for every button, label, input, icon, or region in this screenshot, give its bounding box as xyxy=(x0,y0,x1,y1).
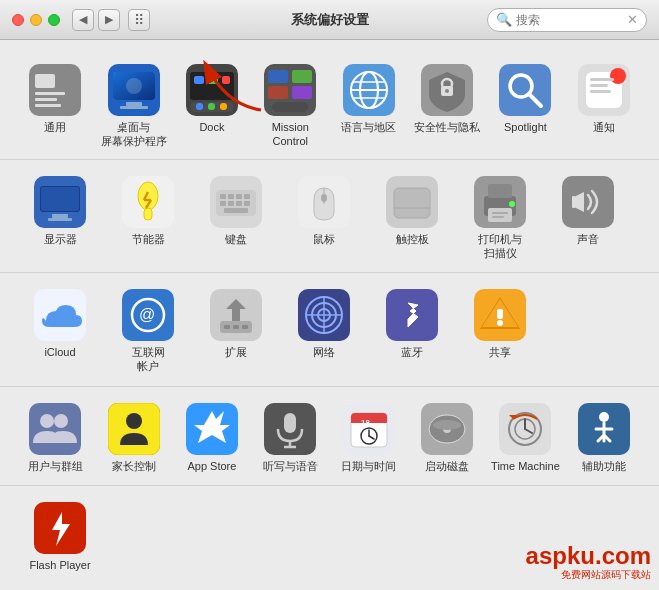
svg-rect-19 xyxy=(220,103,227,110)
svg-rect-59 xyxy=(220,194,226,199)
svg-text:@: @ xyxy=(139,306,155,323)
pref-sound-label: 声音 xyxy=(577,232,599,246)
grid-view-button[interactable]: ⠿ xyxy=(128,9,150,31)
search-clear-button[interactable]: ✕ xyxy=(627,12,638,27)
window-title: 系统偏好设置 xyxy=(291,11,369,29)
section-row4: 用户与群组 家长控制 xyxy=(0,389,659,486)
svg-rect-23 xyxy=(268,86,288,99)
pref-dock[interactable]: Dock xyxy=(173,58,251,138)
svg-rect-89 xyxy=(224,325,230,329)
pref-flash[interactable]: Flash Player xyxy=(16,496,104,576)
pref-appstore[interactable]: App Store xyxy=(173,397,251,477)
pref-sound[interactable]: 声音 xyxy=(544,170,632,250)
pref-startup[interactable]: 启动磁盘 xyxy=(408,397,486,477)
section-row1: 通用 xyxy=(0,50,659,160)
preferences-content: 通用 xyxy=(0,40,659,590)
pref-spotlight[interactable]: Spotlight xyxy=(486,58,564,138)
pref-timemachine[interactable]: Time Machine xyxy=(486,397,564,477)
pref-parental[interactable]: 家长控制 xyxy=(94,397,172,477)
pref-desktop[interactable]: 桌面与屏幕保护程序 xyxy=(94,58,172,153)
svg-rect-21 xyxy=(268,70,288,83)
pref-notify[interactable]: 通知 xyxy=(565,58,643,138)
titlebar: ◀ ▶ ⠿ 系统偏好设置 🔍 ✕ xyxy=(0,0,659,40)
pref-printer[interactable]: 打印机与扫描仪 xyxy=(456,170,544,265)
pref-notify-label: 通知 xyxy=(593,120,615,134)
svg-rect-8 xyxy=(126,102,142,106)
svg-rect-102 xyxy=(29,403,81,455)
pref-startup-label: 启动磁盘 xyxy=(425,459,469,473)
pref-flash-label: Flash Player xyxy=(29,558,90,572)
watermark-sub: 免费网站源码下载站 xyxy=(561,568,651,582)
pref-timemachine-label: Time Machine xyxy=(491,459,560,473)
pref-desktop-label: 桌面与屏幕保护程序 xyxy=(101,120,167,149)
pref-network[interactable]: 网络 xyxy=(280,283,368,363)
section-row2: 显示器 节能器 xyxy=(0,162,659,274)
svg-rect-62 xyxy=(244,194,250,199)
svg-rect-63 xyxy=(220,201,226,206)
svg-rect-64 xyxy=(228,201,234,206)
search-input[interactable] xyxy=(516,13,627,27)
pref-display[interactable]: 显示器 xyxy=(16,170,104,250)
svg-rect-82 xyxy=(572,196,576,208)
svg-point-41 xyxy=(610,68,626,84)
svg-rect-4 xyxy=(35,104,61,107)
search-bar[interactable]: 🔍 ✕ xyxy=(487,8,647,32)
pref-language[interactable]: 语言与地区 xyxy=(330,58,408,138)
pref-security[interactable]: 安全性与隐私 xyxy=(408,58,486,138)
forward-button[interactable]: ▶ xyxy=(98,9,120,31)
svg-rect-50 xyxy=(48,218,72,221)
window-controls xyxy=(12,14,60,26)
svg-point-124 xyxy=(433,420,461,430)
maximize-button[interactable] xyxy=(48,14,60,26)
pref-energy-label: 节能器 xyxy=(132,232,165,246)
svg-rect-109 xyxy=(284,413,296,433)
svg-rect-14 xyxy=(208,76,218,84)
watermark-asp: asp xyxy=(526,542,567,569)
pref-datetime[interactable]: 18 日期与时间 xyxy=(330,397,408,477)
pref-users[interactable]: 用户与群组 xyxy=(16,397,94,477)
svg-rect-90 xyxy=(233,325,239,329)
svg-rect-67 xyxy=(224,208,248,213)
pref-datetime-label: 日期与时间 xyxy=(341,459,396,473)
pref-bluetooth[interactable]: 蓝牙 xyxy=(368,283,456,363)
pref-printer-label: 打印机与扫描仪 xyxy=(478,232,522,261)
pref-general-label: 通用 xyxy=(44,120,66,134)
back-button[interactable]: ◀ xyxy=(72,9,94,31)
watermark: aspku.com 免费网站源码下载站 xyxy=(526,544,651,582)
svg-rect-3 xyxy=(35,98,57,101)
pref-icloud[interactable]: iCloud xyxy=(16,283,104,363)
svg-rect-61 xyxy=(236,194,242,199)
watermark-ku: ku xyxy=(567,542,595,569)
pref-energy[interactable]: 节能器 xyxy=(104,170,192,250)
pref-share[interactable]: 共享 xyxy=(456,283,544,363)
pref-display-label: 显示器 xyxy=(44,232,77,246)
svg-point-80 xyxy=(509,201,515,207)
svg-rect-1 xyxy=(35,74,55,88)
pref-mouse[interactable]: 鼠标 xyxy=(280,170,368,250)
svg-rect-9 xyxy=(120,106,148,109)
pref-dock-label: Dock xyxy=(199,120,224,134)
svg-rect-48 xyxy=(41,187,79,211)
pref-keyboard[interactable]: 键盘 xyxy=(192,170,280,250)
pref-trackpad[interactable]: 触控板 xyxy=(368,170,456,250)
close-button[interactable] xyxy=(12,14,24,26)
svg-point-101 xyxy=(497,320,503,326)
pref-extend[interactable]: 扩展 xyxy=(192,283,280,363)
pref-dictation[interactable]: 听写与语音 xyxy=(251,397,329,477)
minimize-button[interactable] xyxy=(30,14,42,26)
svg-rect-22 xyxy=(292,70,312,83)
pref-mission[interactable]: MissionControl xyxy=(251,58,329,153)
pref-accessibility[interactable]: 辅助功能 xyxy=(565,397,643,477)
pref-general[interactable]: 通用 xyxy=(16,58,94,138)
pref-language-label: 语言与地区 xyxy=(341,120,396,134)
svg-rect-77 xyxy=(488,208,512,222)
svg-rect-0 xyxy=(29,64,81,116)
pref-trackpad-label: 触控板 xyxy=(396,232,429,246)
pref-users-label: 用户与群组 xyxy=(28,459,83,473)
svg-point-104 xyxy=(54,414,68,428)
svg-rect-91 xyxy=(242,325,248,329)
svg-rect-53 xyxy=(144,208,152,220)
svg-rect-42 xyxy=(590,78,614,81)
svg-point-70 xyxy=(321,194,327,202)
pref-internet[interactable]: @ 互联网帐户 xyxy=(104,283,192,378)
